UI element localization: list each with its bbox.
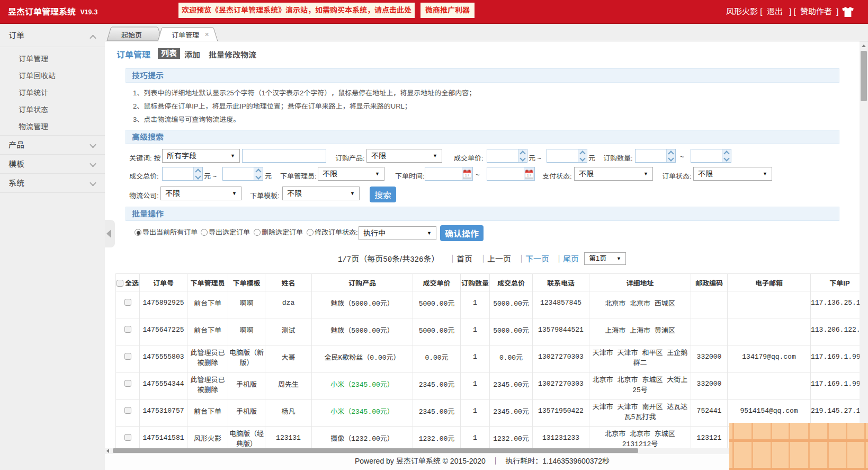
svg-text:17: 17 (465, 173, 470, 178)
svg-text:17: 17 (527, 173, 532, 178)
